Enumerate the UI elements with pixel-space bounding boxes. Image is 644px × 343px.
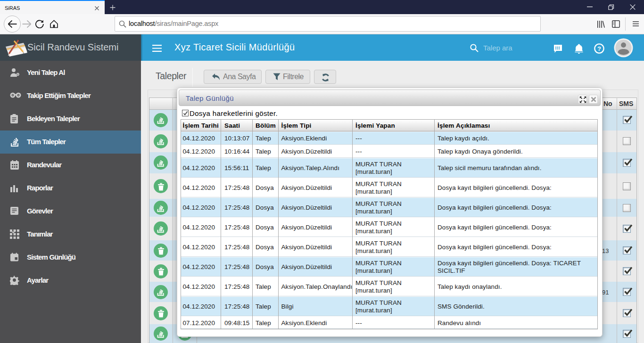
svg-text:?: ?: [597, 45, 601, 52]
